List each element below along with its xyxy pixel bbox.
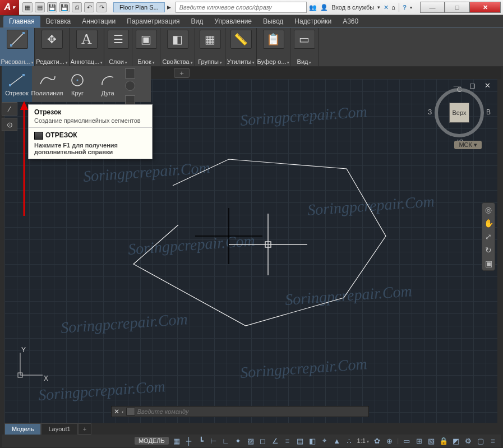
isolate-icon[interactable]: ◩ — [451, 436, 460, 445]
anno-scale-icon[interactable]: ▲ — [333, 436, 342, 445]
hardware-icon[interactable]: ⚙ — [464, 436, 473, 445]
qat-redo-icon[interactable]: ↷ — [96, 2, 107, 12]
qat-new-icon[interactable]: ▦ — [22, 2, 33, 12]
gear-icon[interactable]: ✿ — [372, 436, 381, 445]
commandline-prompt-icon — [126, 408, 135, 415]
panel-groups[interactable]: ▦ Группы — [195, 28, 225, 66]
svg-rect-2 — [22, 32, 25, 34]
dynamic-icon[interactable]: ⊢ — [209, 436, 218, 445]
svg-rect-4 — [9, 84, 11, 86]
commandline-history-icon[interactable]: ‹ — [122, 408, 124, 415]
qat-save-icon[interactable]: 💾 — [47, 2, 57, 12]
nav-pan-icon[interactable]: ✋ — [484, 219, 493, 228]
lineweight-icon[interactable]: ≡ — [283, 436, 292, 445]
units-icon[interactable]: ⊞ — [414, 436, 423, 445]
tab-home[interactable]: Главная — [3, 16, 40, 27]
user-icon[interactable]: 👤 — [320, 4, 328, 11]
nav-zoom-icon[interactable]: ⤢ — [485, 232, 492, 241]
rect-icon[interactable] — [125, 68, 135, 78]
panel-layers-label: Слои — [109, 58, 127, 65]
commandline-input[interactable] — [137, 408, 366, 415]
cycling-icon[interactable]: ◧ — [308, 436, 317, 445]
nav-wheel-icon[interactable]: ◎ — [485, 205, 492, 214]
otrack-icon[interactable]: ∠ — [271, 436, 280, 445]
window-maximize[interactable]: □ — [445, 2, 469, 13]
status-model[interactable]: МОДЕЛЬ — [135, 437, 169, 445]
nav-orbit-icon[interactable]: ↻ — [485, 246, 492, 255]
view-cube[interactable]: Верх С Ю В З — [435, 88, 484, 137]
ellipse-icon[interactable] — [125, 81, 135, 91]
panel-draw[interactable]: Рисован... — [0, 28, 35, 66]
ws-icon[interactable]: ⊕ — [385, 436, 394, 445]
tab-addins[interactable]: Надстройки — [289, 16, 337, 27]
panel-block[interactable]: ▣ Блок — [132, 28, 160, 66]
keyword-search[interactable] — [176, 2, 307, 13]
qat-saveas-icon[interactable]: 💾 — [59, 2, 70, 12]
new-doc-tab[interactable]: + — [174, 68, 190, 78]
panel-utilities[interactable]: 📏 Утилиты — [225, 28, 257, 66]
cube-west[interactable]: З — [428, 108, 432, 116]
qat-undo-icon[interactable]: ↶ — [84, 2, 94, 12]
cube-east[interactable]: В — [486, 108, 491, 116]
tool-polyline[interactable]: Полилиния — [32, 66, 62, 102]
qat-open-icon[interactable]: ▤ — [35, 2, 45, 12]
window-close[interactable]: ✕ — [469, 2, 501, 13]
tool-circle-label: Круг — [71, 90, 84, 96]
mini-point-icon[interactable]: ⊙ — [2, 118, 17, 131]
polar-icon[interactable]: ✦ — [234, 436, 243, 445]
commandline-close-icon[interactable]: ✕ — [114, 408, 119, 415]
keyword-input[interactable] — [176, 2, 307, 13]
customize-icon[interactable]: ≡ — [488, 436, 497, 445]
tab-parametric[interactable]: Параметризация — [121, 16, 185, 27]
grid-icon[interactable]: ▦ — [172, 436, 181, 445]
infer-icon[interactable]: ┗ — [197, 436, 206, 445]
anno-vis-icon[interactable]: ⛬ — [345, 436, 354, 445]
cube-north[interactable]: С — [457, 86, 462, 94]
monitor-icon[interactable]: ▭ — [402, 436, 411, 445]
lock-icon[interactable]: 🔒 — [439, 436, 448, 445]
quickprops-icon[interactable]: ▧ — [427, 436, 436, 445]
layout-tab-model[interactable]: Модель — [4, 423, 41, 435]
layout-tab-layout1[interactable]: Layout1 — [41, 423, 77, 435]
nav-showmotion-icon[interactable]: ▣ — [485, 259, 492, 268]
panel-view[interactable]: ▭ Вид — [290, 28, 319, 66]
command-line[interactable]: ✕ ‹ — [111, 406, 369, 417]
anno-icon[interactable]: ⌖ — [320, 436, 329, 445]
view-cube-face[interactable]: Верх — [449, 103, 469, 123]
tool-arc[interactable]: Дуга — [93, 66, 123, 102]
tool-line[interactable]: Отрезок — [2, 66, 32, 102]
panel-clipboard[interactable]: 📋 Буфер о... — [257, 28, 290, 66]
autodesk-icon[interactable]: ⩍ — [392, 4, 395, 11]
exchange-icon[interactable]: ✕ — [384, 4, 389, 11]
wcs-label[interactable]: МСК ▾ — [454, 141, 482, 149]
osnap-icon[interactable]: ◻ — [259, 436, 267, 445]
tab-view[interactable]: Вид — [186, 16, 209, 27]
panel-layers[interactable]: ☰ Слои — [104, 28, 132, 66]
signin-icon[interactable]: 👥 — [309, 4, 317, 11]
panel-properties[interactable]: ◧ Свойства — [160, 28, 195, 66]
ortho-icon[interactable]: ∟ — [221, 436, 230, 445]
doc-switcher-icon[interactable]: ▶ — [165, 4, 173, 10]
tab-insert[interactable]: Вставка — [40, 16, 77, 27]
tool-circle[interactable]: Круг — [62, 66, 93, 102]
window-minimize[interactable]: — — [420, 2, 445, 13]
snap-icon[interactable]: ┼ — [184, 436, 193, 445]
tab-annotations[interactable]: Аннотации — [76, 16, 121, 27]
tab-manage[interactable]: Управление — [209, 16, 257, 27]
panel-modify[interactable]: ✥ Редакти... — [35, 28, 70, 66]
mini-line-icon[interactable]: ∕ — [2, 102, 17, 116]
iso-icon[interactable]: ▨ — [246, 436, 255, 445]
layout-tab-add[interactable]: + — [78, 423, 91, 435]
cleanscreen-icon[interactable]: ▢ — [476, 436, 485, 445]
svg-line-3 — [10, 75, 24, 85]
transparency-icon[interactable]: ▤ — [296, 436, 304, 445]
signin-label[interactable]: Вход в службы — [331, 4, 374, 11]
help-icon[interactable]: ? — [403, 4, 407, 11]
qat-print-icon[interactable]: ⎙ — [72, 2, 82, 12]
app-logo[interactable]: A — [0, 0, 19, 15]
tab-a360[interactable]: A360 — [337, 16, 364, 27]
move-icon: ✥ — [41, 30, 63, 49]
scale-label[interactable]: 1:1 — [357, 437, 370, 444]
tab-output[interactable]: Вывод — [257, 16, 289, 27]
panel-annotation[interactable]: A Аннотац... — [70, 28, 104, 66]
